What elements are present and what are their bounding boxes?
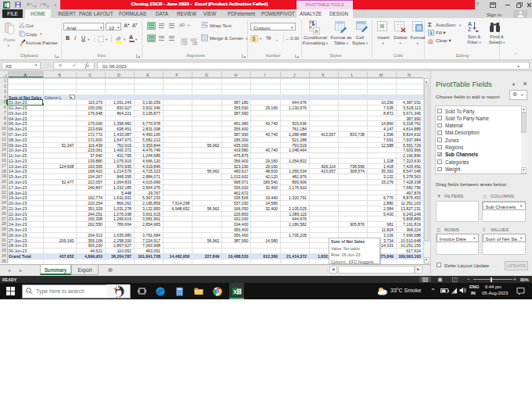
svg-text:Z: Z <box>468 27 472 32</box>
svg-text:X: X <box>233 288 237 295</box>
svg-text:A: A <box>468 21 472 27</box>
svg-text:$: $ <box>253 36 256 41</box>
svg-text:X: X <box>4 2 8 8</box>
